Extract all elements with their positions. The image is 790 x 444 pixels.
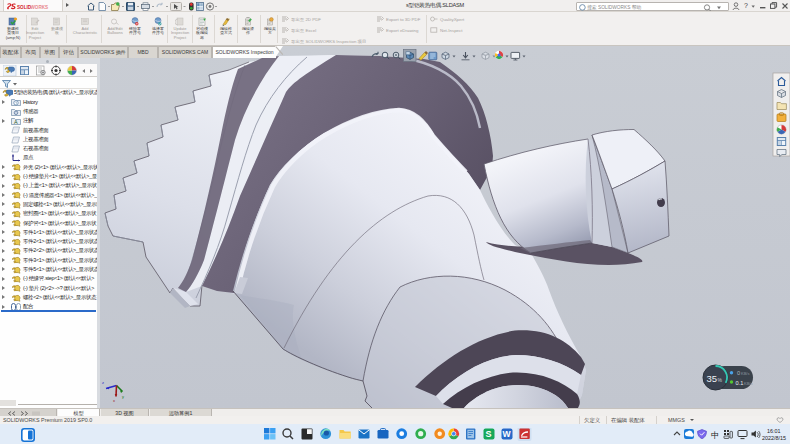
svg-text:35: 35 bbox=[707, 373, 718, 384]
svg-text:%: % bbox=[718, 377, 723, 383]
svg-text:0.1: 0.1 bbox=[736, 380, 744, 386]
svg-text:0: 0 bbox=[737, 370, 740, 376]
svg-text:WORKS: WORKS bbox=[31, 5, 49, 10]
svg-text:SOLID: SOLID bbox=[17, 5, 32, 10]
svg-text:16:01: 16:01 bbox=[767, 428, 781, 434]
svg-text:A: A bbox=[14, 119, 18, 125]
svg-text:S: S bbox=[486, 429, 492, 439]
svg-text:W: W bbox=[503, 429, 512, 439]
svg-text:?: ? bbox=[744, 2, 748, 9]
svg-text:KB/s: KB/s bbox=[741, 371, 749, 376]
svg-text:KB/s: KB/s bbox=[744, 381, 752, 386]
svg-text:2022/8/15: 2022/8/15 bbox=[762, 435, 786, 441]
svg-text:x: x bbox=[113, 398, 115, 403]
svg-text:中: 中 bbox=[711, 430, 719, 440]
svg-text:y: y bbox=[122, 394, 124, 399]
svg-text:z: z bbox=[102, 380, 104, 385]
svg-text:搜索 SOLIDWORKS 帮助: 搜索 SOLIDWORKS 帮助 bbox=[587, 4, 642, 11]
